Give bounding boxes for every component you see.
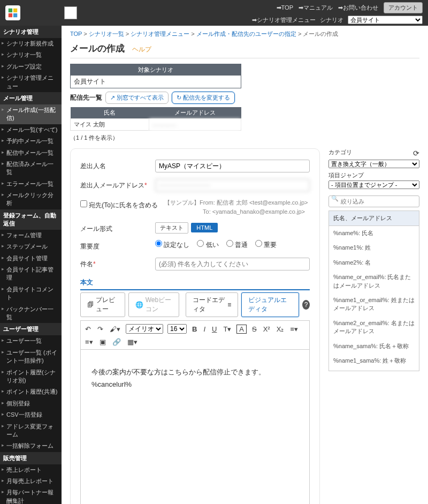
- logo[interactable]: [5, 5, 20, 20]
- replace-var-item[interactable]: %name_sama%: 氏名＋敬称: [329, 339, 419, 353]
- help-link[interactable]: ヘルプ: [132, 45, 151, 54]
- change-dest-button[interactable]: ↻ 配信先を変更する: [172, 92, 235, 104]
- page-title: メールの作成: [70, 42, 125, 55]
- sidebar: シナリオ管理シナリオ新規作成シナリオ一覧グループ設定シナリオ管理メニューメール管…: [0, 26, 62, 504]
- editor-body[interactable]: 今後の案内が不要な方はこちらから配信停止できます。 %cancelurl%: [80, 350, 310, 504]
- sidebar-item[interactable]: CSV一括登録: [0, 409, 62, 420]
- preview-tab[interactable]: 🗐 プレビュー: [80, 292, 125, 317]
- editor-toolbar: ↶ ↷ 🖌▾ メイリオ 16 B I U T▾ A S X² X₂ ≡▾ ≡▾ …: [80, 320, 310, 350]
- jump-select[interactable]: - 項目位置までジャンプ -: [328, 180, 419, 189]
- sidebar-item[interactable]: メール一覧(すべて): [0, 124, 62, 136]
- category-select[interactable]: 置き換え文字（一般）: [328, 160, 419, 168]
- ul-icon[interactable]: ≡▾: [84, 338, 94, 346]
- brush-icon[interactable]: 🖌▾: [109, 325, 121, 333]
- beacon-tab[interactable]: 🌐 Webビーコン: [128, 292, 179, 317]
- sidebar-item[interactable]: ユーザー一覧 (ポイント一括操作): [0, 347, 62, 367]
- account-button[interactable]: アカウント: [384, 2, 423, 13]
- sidebar-head: 販売管理: [0, 452, 62, 464]
- sidebar-item[interactable]: ポイント履歴(シナリオ別): [0, 367, 62, 387]
- sidebar-item[interactable]: 会員サイト管理: [0, 253, 62, 264]
- sidebar-item[interactable]: 配信済みメール一覧: [0, 159, 62, 178]
- refresh-icon[interactable]: ⟳: [413, 149, 419, 157]
- priority-radio[interactable]: 設定なし: [155, 241, 189, 249]
- sidebar-item[interactable]: シナリオ管理メニュー: [0, 72, 62, 92]
- replace-var-item[interactable]: %name1_or_email%: 姓またはメールアドレス: [329, 293, 419, 316]
- row-email: ————: [149, 119, 241, 131]
- sidebar-item[interactable]: アドレス変更フォーム: [0, 421, 62, 441]
- contact-link[interactable]: ➡お問い合わせ: [338, 4, 378, 12]
- help-icon[interactable]: ?: [302, 300, 310, 310]
- sidebar-item[interactable]: シナリオ新規作成: [0, 38, 62, 49]
- replace-var-item[interactable]: %name_or_email%: 氏名またはメールアドレス: [329, 270, 419, 293]
- replace-var-item[interactable]: %name1_sama%: 姓＋敬称: [329, 353, 419, 368]
- sidebar-item[interactable]: ステップメール: [0, 241, 62, 252]
- row-name: マイス 太朗: [71, 119, 149, 131]
- italic-icon[interactable]: I: [202, 325, 207, 333]
- sidebar-item[interactable]: 個別登録: [0, 398, 62, 409]
- sidebar-item[interactable]: 売上レポート: [0, 464, 62, 476]
- replace-var-item[interactable]: %kana%: フリガナ: [329, 368, 419, 371]
- sidebar-head: ユーザー管理: [0, 323, 62, 335]
- breadcrumb: TOP > シナリオ一覧 > シナリオ管理メニュー > メール作成・配信先のユー…: [70, 30, 419, 38]
- top-link[interactable]: ➡TOP: [277, 4, 293, 11]
- replace-var-item[interactable]: %name2_or_email%: 名またはメールアドレス: [329, 316, 419, 339]
- image-icon[interactable]: ▣: [98, 338, 107, 346]
- replace-var-item[interactable]: %name2%: 名: [329, 255, 419, 270]
- priority-radio[interactable]: 低い: [197, 241, 218, 249]
- subject-input[interactable]: [155, 258, 310, 270]
- manual-link[interactable]: ➡マニュアル: [299, 4, 333, 12]
- replace-var-item[interactable]: %name%: 氏名: [329, 226, 419, 240]
- sidebar-item[interactable]: バックナンバー一覧: [0, 304, 62, 324]
- format-text-button[interactable]: テキスト: [155, 222, 188, 234]
- sidebar-item[interactable]: フォーム管理: [0, 230, 62, 241]
- sender-name-input[interactable]: [155, 160, 310, 172]
- link-icon[interactable]: 🔗: [111, 338, 122, 346]
- underline-icon[interactable]: U: [211, 325, 218, 333]
- strike-icon[interactable]: S: [251, 325, 258, 333]
- sidebar-item[interactable]: 配信中メール一覧: [0, 147, 62, 159]
- scenario-select[interactable]: 会員サイト: [348, 16, 423, 24]
- dest-label: 配信先一覧: [70, 93, 102, 102]
- redo-icon[interactable]: ↷: [96, 325, 104, 333]
- sidebar-item[interactable]: 一括解除フォーム: [0, 440, 62, 452]
- sidebar-item[interactable]: 会員サイト記事管理: [0, 264, 62, 284]
- table-icon[interactable]: ▦▾: [126, 338, 139, 346]
- target-value: 会員サイト: [71, 76, 241, 88]
- undo-icon[interactable]: ↶: [84, 325, 92, 333]
- priority-radio[interactable]: 重要: [255, 241, 277, 249]
- sidebar-item[interactable]: メールクリック分析: [0, 190, 62, 209]
- sub-icon[interactable]: X₂: [276, 325, 285, 333]
- bgcolor-icon[interactable]: A: [236, 325, 247, 334]
- sidebar-item[interactable]: エラーメール一覧: [0, 178, 62, 190]
- sidebar-item[interactable]: 予約中メール一覧: [0, 136, 62, 147]
- to-name-checkbox[interactable]: [80, 200, 87, 207]
- bold-icon[interactable]: B: [191, 325, 198, 333]
- sidebar-head: シナリオ管理: [0, 26, 62, 38]
- sidebar-item[interactable]: シナリオ一覧: [0, 49, 62, 61]
- code-editor-tab[interactable]: コードエディタ ≡: [186, 292, 238, 317]
- ol-icon[interactable]: ≡▾: [289, 325, 299, 333]
- scenario-mgmt-link[interactable]: ➡シナリオ管理メニュー: [252, 16, 316, 24]
- scenario-label: シナリオ: [320, 16, 343, 24]
- size-select[interactable]: 16: [167, 324, 187, 334]
- count: （1 / 1 件を表示）: [70, 134, 419, 142]
- sidebar-head: 登録フォーム、自動返信: [0, 209, 62, 230]
- sender-addr-input[interactable]: [155, 179, 310, 192]
- open-all-button[interactable]: ↗ 別窓ですべて表示: [105, 92, 169, 104]
- font-select[interactable]: メイリオ: [126, 324, 163, 334]
- sidebar-item[interactable]: 月毎売上レポート: [0, 476, 62, 487]
- sup-icon[interactable]: X²: [262, 325, 271, 333]
- sidebar-item[interactable]: 月毎パートナー報酬集計: [0, 487, 62, 504]
- sidebar-item[interactable]: ポイント履歴(共通): [0, 386, 62, 397]
- visual-editor-tab[interactable]: ビジュアルエディタ: [241, 292, 299, 317]
- color-icon[interactable]: T▾: [222, 325, 232, 333]
- filter-input[interactable]: [328, 195, 419, 207]
- priority-radio[interactable]: 普通: [226, 241, 248, 249]
- sidebar-item[interactable]: ユーザー一覧: [0, 335, 62, 347]
- sidebar-item[interactable]: メール作成(一括配信): [0, 104, 62, 124]
- sidebar-item[interactable]: グループ設定: [0, 61, 62, 72]
- sidebar-item[interactable]: 会員サイトコメント: [0, 284, 62, 304]
- qr-icon[interactable]: [64, 6, 77, 19]
- format-html-button[interactable]: HTML: [191, 223, 218, 232]
- replace-var-item[interactable]: %name1%: 姓: [329, 240, 419, 255]
